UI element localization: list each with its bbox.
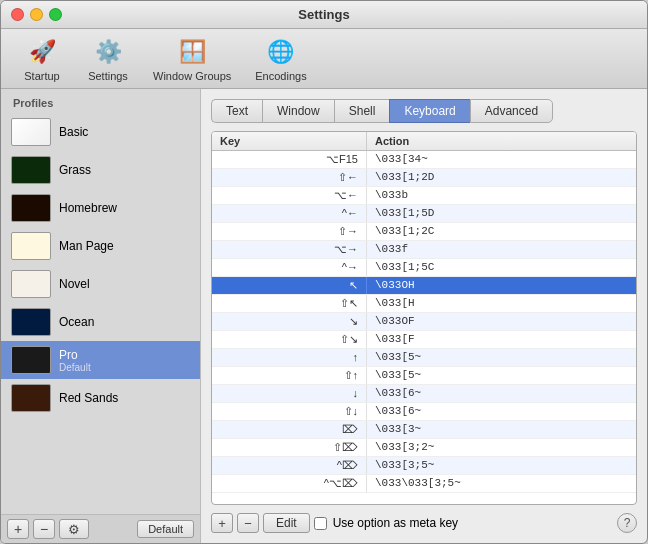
table-row[interactable]: ↑\033[5~ <box>212 349 636 367</box>
profile-thumb-basic <box>11 118 51 146</box>
table-row[interactable]: ↖\033OH <box>212 277 636 295</box>
settings-label: Settings <box>88 70 128 82</box>
meta-key-checkbox[interactable] <box>314 517 327 530</box>
table-row[interactable]: ⇧⌦\033[3;2~ <box>212 439 636 457</box>
cell-key: ⇧↘ <box>212 331 367 348</box>
profile-thumb-ocean <box>11 308 51 336</box>
help-button[interactable]: ? <box>617 513 637 533</box>
default-button[interactable]: Default <box>137 520 194 538</box>
minimize-button[interactable] <box>30 8 43 21</box>
add-keybinding-button[interactable]: + <box>211 513 233 533</box>
title-bar: Settings <box>1 1 647 29</box>
table-row[interactable]: ⇧↖\033[H <box>212 295 636 313</box>
gear-button[interactable]: ⚙ <box>59 519 89 539</box>
meta-key-option: Use option as meta key <box>314 516 458 530</box>
keybinding-table: Key Action ⌥F15\033[34~⇧←\033[1;2D⌥←\033… <box>211 131 637 505</box>
cell-action: \033[5~ <box>367 349 636 366</box>
settings-icon: ⚙️ <box>92 36 124 68</box>
startup-icon: 🚀 <box>26 36 58 68</box>
cell-action: \033[3;5~ <box>367 457 636 474</box>
profile-name-grass: Grass <box>59 163 91 177</box>
profile-thumb-man-page <box>11 232 51 260</box>
sidebar-item-basic[interactable]: Basic <box>1 113 200 151</box>
sidebar-item-pro[interactable]: ProDefault <box>1 341 200 379</box>
window-controls <box>11 8 62 21</box>
meta-key-label: Use option as meta key <box>333 516 458 530</box>
table-row[interactable]: ⌥←\033b <box>212 187 636 205</box>
table-row[interactable]: ⌦\033[3~ <box>212 421 636 439</box>
table-row[interactable]: ^⌦\033[3;5~ <box>212 457 636 475</box>
sidebar-item-man-page[interactable]: Man Page <box>1 227 200 265</box>
cell-action: \033[3~ <box>367 421 636 438</box>
close-button[interactable] <box>11 8 24 21</box>
key-column-header: Key <box>212 132 367 150</box>
add-profile-button[interactable]: + <box>7 519 29 539</box>
tab-text[interactable]: Text <box>211 99 262 123</box>
remove-keybinding-button[interactable]: − <box>237 513 259 533</box>
sidebar-item-novel[interactable]: Novel <box>1 265 200 303</box>
tab-advanced[interactable]: Advanced <box>470 99 553 123</box>
sidebar-item-homebrew[interactable]: Homebrew <box>1 189 200 227</box>
maximize-button[interactable] <box>49 8 62 21</box>
cell-key: ↖ <box>212 277 367 294</box>
tab-shell[interactable]: Shell <box>334 99 390 123</box>
encodings-label: Encodings <box>255 70 306 82</box>
toolbar-window-groups[interactable]: 🪟 Window Groups <box>145 32 239 86</box>
table-row[interactable]: ⌥F15\033[34~ <box>212 151 636 169</box>
cell-action: \033[6~ <box>367 403 636 420</box>
table-row[interactable]: ⇧↑\033[5~ <box>212 367 636 385</box>
sidebar-item-grass[interactable]: Grass <box>1 151 200 189</box>
profile-list: BasicGrassHomebrewMan PageNovelOceanProD… <box>1 113 200 514</box>
toolbar-settings[interactable]: ⚙️ Settings <box>79 32 137 86</box>
edit-keybinding-button[interactable]: Edit <box>263 513 310 533</box>
sidebar-header: Profiles <box>1 89 200 113</box>
table-row[interactable]: ^→\033[1;5C <box>212 259 636 277</box>
table-row[interactable]: ⇧↓\033[6~ <box>212 403 636 421</box>
cell-key: ^→ <box>212 259 367 276</box>
table-header: Key Action <box>212 132 636 151</box>
sidebar-item-red-sands[interactable]: Red Sands <box>1 379 200 417</box>
table-row[interactable]: ⇧←\033[1;2D <box>212 169 636 187</box>
toolbar-encodings[interactable]: 🌐 Encodings <box>247 32 314 86</box>
cell-key: ↑ <box>212 349 367 366</box>
profile-name-basic: Basic <box>59 125 88 139</box>
table-row[interactable]: ↓\033[6~ <box>212 385 636 403</box>
profile-thumb-novel <box>11 270 51 298</box>
profile-name-red-sands: Red Sands <box>59 391 118 405</box>
profile-name-homebrew: Homebrew <box>59 201 117 215</box>
window-title: Settings <box>298 7 349 22</box>
remove-profile-button[interactable]: − <box>33 519 55 539</box>
action-column-header: Action <box>367 132 636 150</box>
toolbar-startup[interactable]: 🚀 Startup <box>13 32 71 86</box>
cell-action: \033[1;5D <box>367 205 636 222</box>
profile-name-ocean: Ocean <box>59 315 94 329</box>
sidebar-item-ocean[interactable]: Ocean <box>1 303 200 341</box>
tab-keyboard[interactable]: Keyboard <box>389 99 469 123</box>
cell-key: ⇧↖ <box>212 295 367 312</box>
table-row[interactable]: ^⌥⌦\033\033[3;5~ <box>212 475 636 493</box>
settings-window: Settings 🚀 Startup ⚙️ Settings 🪟 Window … <box>0 0 648 544</box>
cell-action: \033[34~ <box>367 151 636 168</box>
cell-key: ↓ <box>212 385 367 402</box>
profile-thumb-pro <box>11 346 51 374</box>
table-row[interactable]: ⇧↘\033[F <box>212 331 636 349</box>
bottom-controls: + − Edit Use option as meta key ? <box>211 513 637 533</box>
table-row[interactable]: ^←\033[1;5D <box>212 205 636 223</box>
toolbar: 🚀 Startup ⚙️ Settings 🪟 Window Groups 🌐 … <box>1 29 647 89</box>
cell-key: ⌥← <box>212 187 367 204</box>
cell-action: \033OH <box>367 277 636 294</box>
right-panel: TextWindowShellKeyboardAdvanced Key Acti… <box>201 89 647 543</box>
tab-window[interactable]: Window <box>262 99 334 123</box>
cell-key: ⌥F15 <box>212 151 367 168</box>
table-row[interactable]: ↘\033OF <box>212 313 636 331</box>
table-row[interactable]: ⇧→\033[1;2C <box>212 223 636 241</box>
profile-name-pro: Pro <box>59 348 91 362</box>
cell-action: \033\033[3;5~ <box>367 475 636 492</box>
cell-key: ⇧→ <box>212 223 367 240</box>
cell-key: ^⌥⌦ <box>212 475 367 492</box>
table-row[interactable]: ⌥→\033f <box>212 241 636 259</box>
cell-key: ⇧↑ <box>212 367 367 384</box>
cell-action: \033f <box>367 241 636 258</box>
cell-action: \033[H <box>367 295 636 312</box>
cell-key: ^⌦ <box>212 457 367 474</box>
